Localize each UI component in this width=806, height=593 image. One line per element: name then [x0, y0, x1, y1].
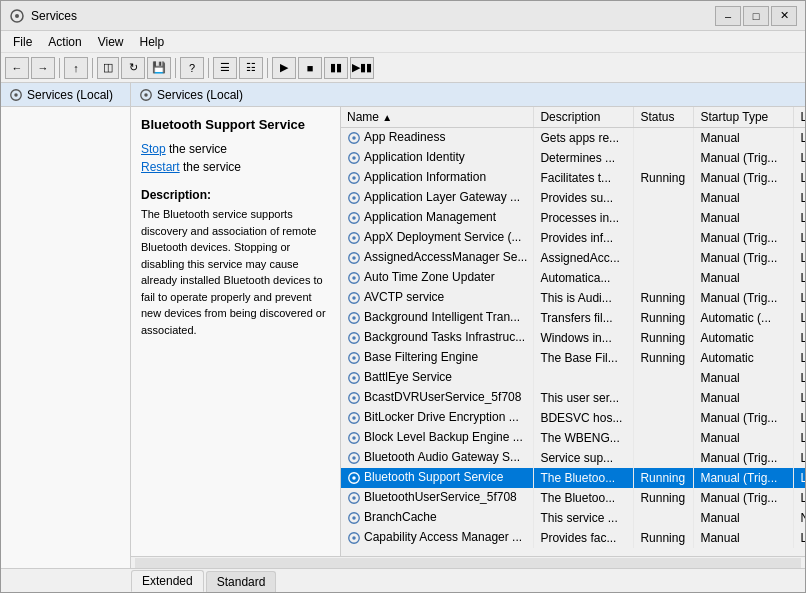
table-row[interactable]: BattlEye ServiceManualLoca... [341, 368, 805, 388]
col-description[interactable]: Description [534, 107, 634, 128]
close-button[interactable]: ✕ [771, 6, 797, 26]
svg-point-19 [352, 256, 356, 260]
separator-3 [175, 58, 176, 78]
cell-startup: Automatic [694, 328, 794, 348]
stop-link[interactable]: Stop [141, 142, 166, 156]
forward-button[interactable]: → [31, 57, 55, 79]
window-controls: – □ ✕ [715, 6, 797, 26]
cell-desc: The Bluetoo... [534, 488, 634, 508]
service-icon [347, 411, 361, 425]
cell-desc: Gets apps re... [534, 128, 634, 148]
svg-point-11 [352, 176, 356, 180]
table-row[interactable]: AVCTP serviceThis is Audi...RunningManua… [341, 288, 805, 308]
back-button[interactable]: ← [5, 57, 29, 79]
table-row[interactable]: AppX Deployment Service (...Provides inf… [341, 228, 805, 248]
separator-1 [59, 58, 60, 78]
right-panel: Services (Local) Bluetooth Support Servi… [131, 83, 805, 568]
service-icon [347, 531, 361, 545]
h-scrollbar-area [131, 556, 805, 568]
menu-file[interactable]: File [5, 33, 40, 50]
table-row[interactable]: Auto Time Zone UpdaterAutomatica...Manua… [341, 268, 805, 288]
cell-desc: The WBENG... [534, 428, 634, 448]
table-row[interactable]: BcastDVRUserService_5f708This user ser..… [341, 388, 805, 408]
cell-startup: Manual (Trig... [694, 408, 794, 428]
table-row[interactable]: Application IdentityDetermines ...Manual… [341, 148, 805, 168]
svg-point-23 [352, 296, 356, 300]
pause-service-button[interactable]: ▮▮ [324, 57, 348, 79]
right-panel-title: Services (Local) [157, 88, 243, 102]
resume-service-button[interactable]: ▶▮▮ [350, 57, 374, 79]
cell-name: Block Level Backup Engine ... [341, 428, 534, 448]
table-container[interactable]: Name ▲ Description Status Startup Type L… [341, 107, 805, 556]
start-service-button[interactable]: ▶ [272, 57, 296, 79]
table-row[interactable]: App ReadinessGets apps re...ManualLoca..… [341, 128, 805, 148]
cell-desc: Service sup... [534, 448, 634, 468]
tabs-bar: Extended Standard [1, 568, 805, 592]
table-row[interactable]: Application InformationFacilitates t...R… [341, 168, 805, 188]
menu-view[interactable]: View [90, 33, 132, 50]
service-icon [347, 311, 361, 325]
table-row[interactable]: Background Intelligent Tran...Transfers … [341, 308, 805, 328]
svg-point-27 [352, 336, 356, 340]
table-header-row: Name ▲ Description Status Startup Type L… [341, 107, 805, 128]
stop-text: the service [166, 142, 227, 156]
service-icon [347, 511, 361, 525]
service-icon [347, 211, 361, 225]
filter-button[interactable]: ☰ [213, 57, 237, 79]
table-row[interactable]: Background Tasks Infrastruc...Windows in… [341, 328, 805, 348]
restart-link[interactable]: Restart [141, 160, 180, 174]
table-row[interactable]: Application Layer Gateway ...Provides su… [341, 188, 805, 208]
svg-point-5 [144, 93, 148, 97]
table-row[interactable]: BluetoothUserService_5f708The Bluetoo...… [341, 488, 805, 508]
window-icon [9, 8, 25, 24]
col-log[interactable]: Log [794, 107, 805, 128]
cell-log: Loca... [794, 248, 805, 268]
stop-service-button[interactable]: ■ [298, 57, 322, 79]
cell-log: Loca... [794, 168, 805, 188]
cell-log: Loca... [794, 128, 805, 148]
cell-name: Application Layer Gateway ... [341, 188, 534, 208]
service-icon [347, 391, 361, 405]
left-panel-body[interactable] [1, 107, 130, 568]
menu-action[interactable]: Action [40, 33, 89, 50]
table-row[interactable]: Bluetooth Audio Gateway S...Service sup.… [341, 448, 805, 468]
cell-startup: Manual (Trig... [694, 148, 794, 168]
svg-point-29 [352, 356, 356, 360]
minimize-button[interactable]: – [715, 6, 741, 26]
maximize-button[interactable]: □ [743, 6, 769, 26]
table-row[interactable]: BitLocker Drive Encryption ...BDESVC hos… [341, 408, 805, 428]
tab-standard[interactable]: Standard [206, 571, 277, 592]
table-row[interactable]: AssignedAccessManager Se...AssignedAcc..… [341, 248, 805, 268]
separator-5 [267, 58, 268, 78]
table-row[interactable]: Bluetooth Support ServiceThe Bluetoo...R… [341, 468, 805, 488]
detail-panel: Bluetooth Support Service Stop the servi… [131, 107, 341, 556]
service-icon [347, 231, 361, 245]
table-row[interactable]: BranchCacheThis service ...ManualNet... [341, 508, 805, 528]
table-row[interactable]: Block Level Backup Engine ...The WBENG..… [341, 428, 805, 448]
export-button[interactable]: 💾 [147, 57, 171, 79]
help-button[interactable]: ? [180, 57, 204, 79]
show-hide-button[interactable]: ◫ [97, 57, 119, 79]
tab-extended[interactable]: Extended [131, 570, 204, 592]
h-scrollbar[interactable] [135, 558, 801, 568]
details-button[interactable]: ☷ [239, 57, 263, 79]
right-panel-header: Services (Local) [131, 83, 805, 107]
svg-point-1 [15, 14, 19, 18]
col-name[interactable]: Name ▲ [341, 107, 534, 128]
cell-status [634, 368, 694, 388]
svg-point-21 [352, 276, 356, 280]
table-row[interactable]: Capability Access Manager ...Provides fa… [341, 528, 805, 548]
menu-help[interactable]: Help [132, 33, 173, 50]
toolbar: ← → ↑ ◫ ↻ 💾 ? ☰ ☷ ▶ ■ ▮▮ ▶▮▮ [1, 53, 805, 83]
table-row[interactable]: Base Filtering EngineThe Base Fil...Runn… [341, 348, 805, 368]
up-button[interactable]: ↑ [64, 57, 88, 79]
cell-status: Running [634, 308, 694, 328]
cell-log: Loca... [794, 288, 805, 308]
refresh-button[interactable]: ↻ [121, 57, 145, 79]
menu-bar: File Action View Help [1, 31, 805, 53]
col-status[interactable]: Status [634, 107, 694, 128]
left-panel-icon [9, 88, 23, 102]
cell-desc: Provides su... [534, 188, 634, 208]
col-startup[interactable]: Startup Type [694, 107, 794, 128]
table-row[interactable]: Application ManagementProcesses in...Man… [341, 208, 805, 228]
